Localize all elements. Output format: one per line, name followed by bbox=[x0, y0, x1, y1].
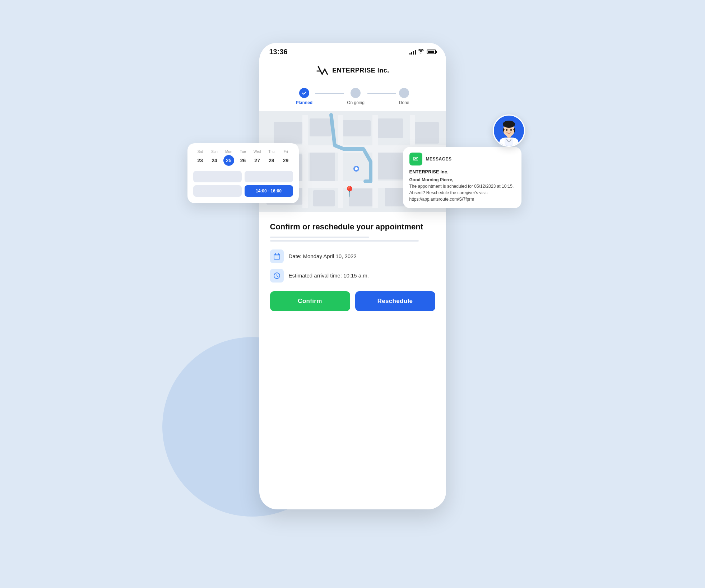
svg-point-4 bbox=[503, 121, 515, 128]
svg-rect-12 bbox=[378, 118, 403, 138]
step-ongoing-label: On going bbox=[347, 100, 365, 105]
battery-icon bbox=[427, 50, 436, 54]
cal-slot-3[interactable] bbox=[193, 185, 242, 197]
card-divider-2 bbox=[270, 240, 419, 242]
step-ongoing-circle bbox=[351, 88, 361, 98]
svg-rect-25 bbox=[302, 115, 308, 208]
cal-slot-1[interactable] bbox=[193, 171, 242, 182]
msg-header: ✉ MESSAGES bbox=[409, 153, 515, 165]
bottom-card: Confirm or reschedule your appointment D… bbox=[259, 212, 446, 318]
cal-day-num-sat: 23 bbox=[195, 155, 205, 166]
step-done-circle bbox=[399, 88, 409, 98]
cal-day-num-thu: 28 bbox=[266, 155, 277, 166]
cal-day-num-wed: 27 bbox=[252, 155, 263, 166]
step-planned: Planned bbox=[296, 88, 312, 105]
step-ongoing: On going bbox=[347, 88, 365, 105]
step-line-2 bbox=[367, 93, 396, 94]
cal-day-name-thu: Thu bbox=[268, 150, 274, 154]
phone-container: 13:36 bbox=[259, 43, 446, 509]
action-buttons: Confirm Reschedule bbox=[270, 291, 435, 311]
cal-day-name-tue: Tue bbox=[240, 150, 246, 154]
doctor-avatar bbox=[493, 115, 525, 147]
card-title: Confirm or reschedule your appointment bbox=[270, 222, 435, 232]
time-label: Estimated arrival time: 10:15 a.m. bbox=[289, 272, 369, 279]
cal-slot-2[interactable] bbox=[245, 171, 293, 182]
cal-day-fri: Fri 29 bbox=[280, 150, 291, 166]
clock-icon bbox=[273, 272, 280, 279]
calendar-card: Sat 23 Sun 24 Mon 25 Tue 26 Wed 27 Thu 2… bbox=[187, 143, 299, 203]
cal-day-sat: Sat 23 bbox=[195, 150, 205, 166]
cal-day-num-fri: 29 bbox=[280, 155, 291, 166]
svg-rect-26 bbox=[338, 115, 343, 208]
cal-day-sun: Sun 24 bbox=[209, 150, 220, 166]
company-logo-icon bbox=[316, 64, 329, 77]
cal-day-name-fri: Fri bbox=[284, 150, 288, 154]
cal-day-num-sun: 24 bbox=[209, 155, 220, 166]
time-info-row: Estimated arrival time: 10:15 a.m. bbox=[270, 269, 435, 283]
app-name-label: ENTERPRISE Inc. bbox=[332, 67, 389, 74]
step-done: Done bbox=[399, 88, 409, 105]
date-info-row: Date: Monday April 10, 2022 bbox=[270, 249, 435, 263]
map-location-pin: 📍 bbox=[343, 186, 356, 197]
svg-rect-31 bbox=[274, 254, 280, 259]
cal-day-name-sat: Sat bbox=[198, 150, 203, 154]
svg-point-30 bbox=[355, 167, 358, 170]
reschedule-button[interactable]: Reschedule bbox=[355, 291, 435, 311]
msg-app-name-label: MESSAGES bbox=[426, 157, 452, 162]
cal-day-mon[interactable]: Mon 25 bbox=[223, 150, 234, 166]
messages-app-icon: ✉ bbox=[409, 153, 422, 165]
step-planned-circle bbox=[299, 88, 309, 98]
status-time: 13:36 bbox=[269, 48, 288, 56]
messages-card: ✉ MESSAGES ENTERPRISE Inc. Good Morning … bbox=[403, 147, 521, 208]
msg-greeting: Good Morning Pierre, The appointment is … bbox=[409, 177, 515, 202]
msg-body-text: The appointment is scheduled for 05/12/2… bbox=[409, 184, 514, 202]
svg-rect-15 bbox=[310, 151, 335, 183]
time-icon-box bbox=[270, 269, 284, 283]
calendar-icon bbox=[273, 253, 280, 260]
svg-rect-19 bbox=[313, 190, 335, 206]
svg-rect-16 bbox=[378, 149, 407, 179]
cal-day-num-tue: 26 bbox=[237, 155, 248, 166]
cal-day-num-mon: 25 bbox=[223, 155, 234, 166]
step-planned-label: Planned bbox=[296, 100, 312, 105]
scene: Sat 23 Sun 24 Mon 25 Tue 26 Wed 27 Thu 2… bbox=[191, 43, 514, 545]
cal-day-thu: Thu 28 bbox=[266, 150, 277, 166]
date-icon-box bbox=[270, 249, 284, 263]
progress-stepper: Planned On going Done bbox=[259, 82, 446, 111]
cal-day-name-sun: Sun bbox=[211, 150, 218, 154]
calendar-days-row: Sat 23 Sun 24 Mon 25 Tue 26 Wed 27 Thu 2… bbox=[193, 150, 293, 166]
svg-rect-27 bbox=[372, 115, 378, 208]
svg-point-7 bbox=[420, 53, 421, 53]
signal-icon bbox=[409, 50, 416, 55]
app-header: ENTERPRISE Inc. bbox=[259, 59, 446, 82]
card-divider-1 bbox=[270, 237, 369, 238]
svg-line-37 bbox=[277, 276, 278, 277]
step-line-1 bbox=[315, 93, 344, 94]
wifi-icon bbox=[418, 49, 424, 55]
confirm-button[interactable]: Confirm bbox=[270, 291, 350, 311]
cal-day-tue: Tue 26 bbox=[237, 150, 248, 166]
status-icons bbox=[409, 49, 436, 55]
cal-day-wed: Wed 27 bbox=[252, 150, 263, 166]
svg-point-6 bbox=[510, 129, 512, 131]
cal-day-name-mon: Mon bbox=[225, 150, 232, 154]
svg-rect-9 bbox=[274, 122, 302, 144]
status-bar: 13:36 bbox=[259, 43, 446, 59]
svg-rect-10 bbox=[310, 118, 331, 136]
svg-point-5 bbox=[506, 129, 507, 131]
msg-sender-label: ENTERPRISE Inc. bbox=[409, 169, 515, 174]
cal-day-name-wed: Wed bbox=[254, 150, 261, 154]
cal-slot-active[interactable]: 14:00 - 16:00 bbox=[245, 185, 293, 197]
msg-greeting-text: Good Morning Pierre, bbox=[409, 177, 454, 182]
step-done-label: Done bbox=[399, 100, 409, 105]
date-label: Date: Monday April 10, 2022 bbox=[289, 253, 357, 259]
